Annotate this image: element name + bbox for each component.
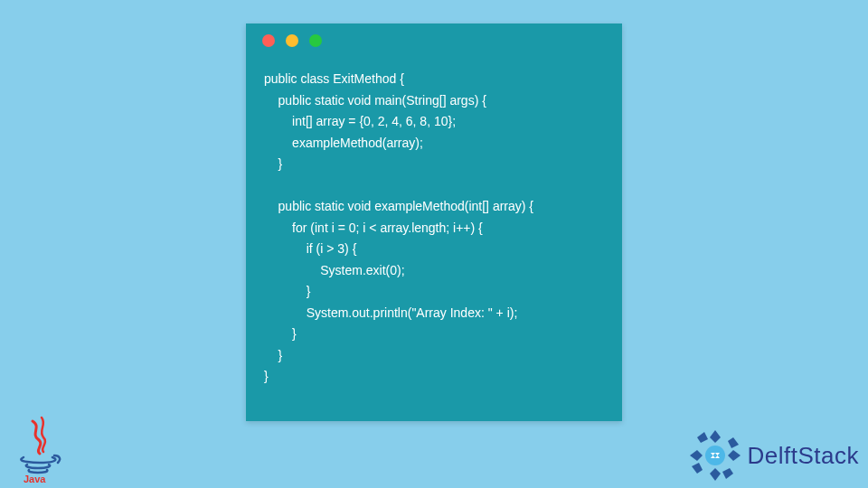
delftstack-icon: [688, 428, 742, 483]
java-label: Java: [24, 474, 46, 484]
minimize-icon: [286, 34, 298, 47]
code-window: public class ExitMethod { public static …: [246, 23, 622, 421]
close-icon: [262, 34, 275, 47]
maximize-icon: [309, 34, 322, 47]
delftstack-logo: DelftStack: [688, 428, 860, 483]
java-logo-icon: Java: [14, 416, 65, 484]
code-block: public class ExitMethod { public static …: [246, 58, 622, 406]
window-titlebar: [246, 23, 622, 58]
svg-point-0: [705, 446, 725, 465]
delftstack-label: DelftStack: [748, 442, 860, 470]
